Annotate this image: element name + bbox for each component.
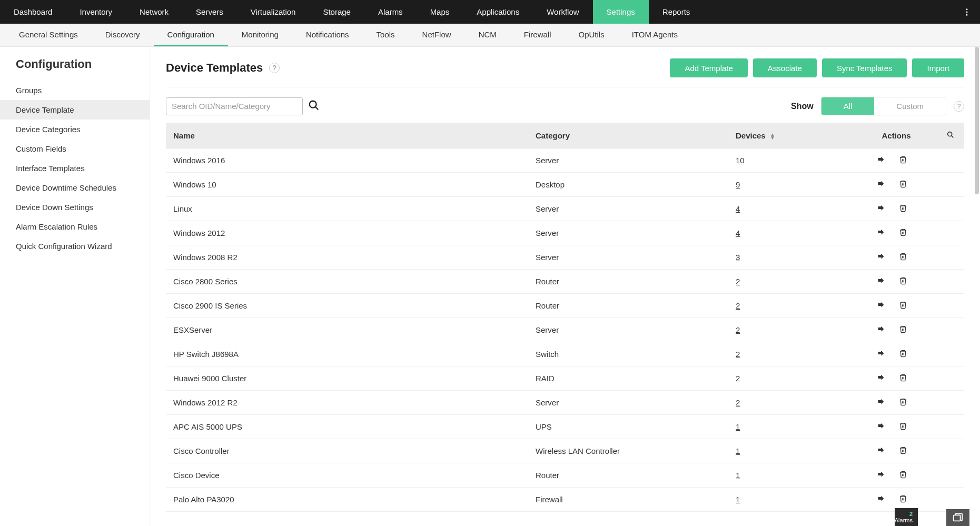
delete-icon[interactable] <box>899 325 907 335</box>
export-icon[interactable] <box>877 301 885 311</box>
more-menu-icon[interactable] <box>960 0 974 24</box>
devices-link[interactable]: 2 <box>736 277 740 286</box>
export-icon[interactable] <box>877 422 885 432</box>
topnav-item-settings[interactable]: Settings <box>593 0 649 24</box>
delete-icon[interactable] <box>899 204 907 214</box>
cell-name[interactable]: Windows 10 <box>166 173 529 197</box>
export-icon[interactable] <box>877 325 885 335</box>
cell-name[interactable]: HP Switch J8698A <box>166 342 529 366</box>
cell-name[interactable]: Cisco 2800 Series <box>166 270 529 294</box>
segment-custom[interactable]: Custom <box>874 97 946 115</box>
devices-link[interactable]: 1 <box>736 446 740 455</box>
cell-name[interactable]: Cisco Device <box>166 463 529 488</box>
delete-icon[interactable] <box>899 446 907 456</box>
export-icon[interactable] <box>877 446 885 456</box>
sidebar-item-custom-fields[interactable]: Custom Fields <box>0 139 150 158</box>
search-icon[interactable] <box>308 100 320 113</box>
associate-button[interactable]: Associate <box>753 58 817 77</box>
cell-name[interactable]: Windows 2008 R2 <box>166 245 529 270</box>
templates-table-wrap[interactable]: Name Category Devices ▲▼ Actions Windows… <box>166 123 964 517</box>
devices-link[interactable]: 2 <box>736 301 740 310</box>
topnav-item-dashboard[interactable]: Dashboard <box>0 0 66 24</box>
cell-name[interactable]: ESXServer <box>166 318 529 342</box>
window-stack-icon[interactable] <box>946 509 969 526</box>
export-icon[interactable] <box>877 494 885 504</box>
export-icon[interactable] <box>877 155 885 165</box>
devices-link[interactable]: 2 <box>736 325 740 334</box>
subnav-item-ncm[interactable]: NCM <box>465 24 510 46</box>
devices-link[interactable]: 2 <box>736 374 740 383</box>
topnav-item-alarms[interactable]: Alarms <box>364 0 417 24</box>
export-icon[interactable] <box>877 252 885 262</box>
devices-link[interactable]: 1 <box>736 471 740 480</box>
delete-icon[interactable] <box>899 373 907 383</box>
subnav-item-configuration[interactable]: Configuration <box>154 24 228 46</box>
sidebar-item-interface-templates[interactable]: Interface Templates <box>0 158 150 178</box>
sidebar-item-device-downtime-schedules[interactable]: Device Downtime Schedules <box>0 178 150 197</box>
subnav-item-itom-agents[interactable]: ITOM Agents <box>618 24 691 46</box>
sidebar-item-alarm-escalation-rules[interactable]: Alarm Escalation Rules <box>0 217 150 236</box>
subnav-item-netflow[interactable]: NetFlow <box>409 24 465 46</box>
sidebar-item-quick-configuration-wizard[interactable]: Quick Configuration Wizard <box>0 236 150 256</box>
scrollbar[interactable] <box>975 47 979 194</box>
export-icon[interactable] <box>877 398 885 408</box>
subnav-item-oputils[interactable]: OpUtils <box>565 24 618 46</box>
topnav-item-servers[interactable]: Servers <box>182 0 237 24</box>
delete-icon[interactable] <box>899 494 907 504</box>
delete-icon[interactable] <box>899 398 907 408</box>
subnav-item-discovery[interactable]: Discovery <box>92 24 154 46</box>
delete-icon[interactable] <box>899 228 907 238</box>
sync-templates-button[interactable]: Sync Templates <box>822 58 907 77</box>
topnav-item-applications[interactable]: Applications <box>463 0 533 24</box>
cell-name[interactable]: Windows 2012 <box>166 221 529 245</box>
devices-link[interactable]: 1 <box>736 495 740 504</box>
topnav-item-inventory[interactable]: Inventory <box>66 0 126 24</box>
topnav-item-virtualization[interactable]: Virtualization <box>237 0 310 24</box>
topnav-item-maps[interactable]: Maps <box>417 0 463 24</box>
subnav-item-tools[interactable]: Tools <box>363 24 409 46</box>
delete-icon[interactable] <box>899 155 907 165</box>
subnav-item-monitoring[interactable]: Monitoring <box>228 24 292 46</box>
delete-icon[interactable] <box>899 180 907 190</box>
export-icon[interactable] <box>877 276 885 286</box>
topnav-item-workflow[interactable]: Workflow <box>533 0 592 24</box>
segment-all[interactable]: All <box>821 97 875 115</box>
topnav-item-reports[interactable]: Reports <box>649 0 704 24</box>
sidebar-item-groups[interactable]: Groups <box>0 81 150 100</box>
cell-name[interactable]: Palo Alto PA3020 <box>166 488 529 512</box>
export-icon[interactable] <box>877 228 885 238</box>
import-button[interactable]: Import <box>912 58 964 77</box>
cell-name[interactable]: Cisco 2900 IS Series <box>166 294 529 318</box>
devices-link[interactable]: 4 <box>736 204 740 213</box>
delete-icon[interactable] <box>899 276 907 286</box>
add-template-button[interactable]: Add Template <box>670 58 747 77</box>
delete-icon[interactable] <box>899 301 907 311</box>
delete-icon[interactable] <box>899 349 907 359</box>
cell-name[interactable]: Cisco Controller <box>166 439 529 463</box>
delete-icon[interactable] <box>899 470 907 480</box>
devices-link[interactable]: 10 <box>736 156 745 165</box>
th-category[interactable]: Category <box>529 123 729 148</box>
export-icon[interactable] <box>877 349 885 359</box>
delete-icon[interactable] <box>899 422 907 432</box>
devices-link[interactable]: 3 <box>736 253 740 262</box>
show-help-icon[interactable]: ? <box>954 101 964 112</box>
sidebar-item-device-template[interactable]: Device Template <box>0 100 150 120</box>
devices-link[interactable]: 4 <box>736 229 740 237</box>
cell-name[interactable]: Windows 2012 R2 <box>166 391 529 415</box>
subnav-item-firewall[interactable]: Firewall <box>510 24 565 46</box>
export-icon[interactable] <box>877 204 885 214</box>
subnav-item-notifications[interactable]: Notifications <box>292 24 363 46</box>
cell-name[interactable]: Linux <box>166 197 529 221</box>
export-icon[interactable] <box>877 373 885 383</box>
cell-name[interactable]: APC AIS 5000 UPS <box>166 415 529 439</box>
th-devices[interactable]: Devices ▲▼ <box>729 123 856 148</box>
devices-link[interactable]: 2 <box>736 398 740 407</box>
subnav-item-general-settings[interactable]: General Settings <box>5 24 92 46</box>
topnav-item-storage[interactable]: Storage <box>309 0 364 24</box>
export-icon[interactable] <box>877 180 885 190</box>
help-icon[interactable]: ? <box>269 63 280 73</box>
delete-icon[interactable] <box>899 252 907 262</box>
sidebar-item-device-categories[interactable]: Device Categories <box>0 120 150 139</box>
cell-name[interactable]: Huawei 9000 Cluster <box>166 366 529 391</box>
